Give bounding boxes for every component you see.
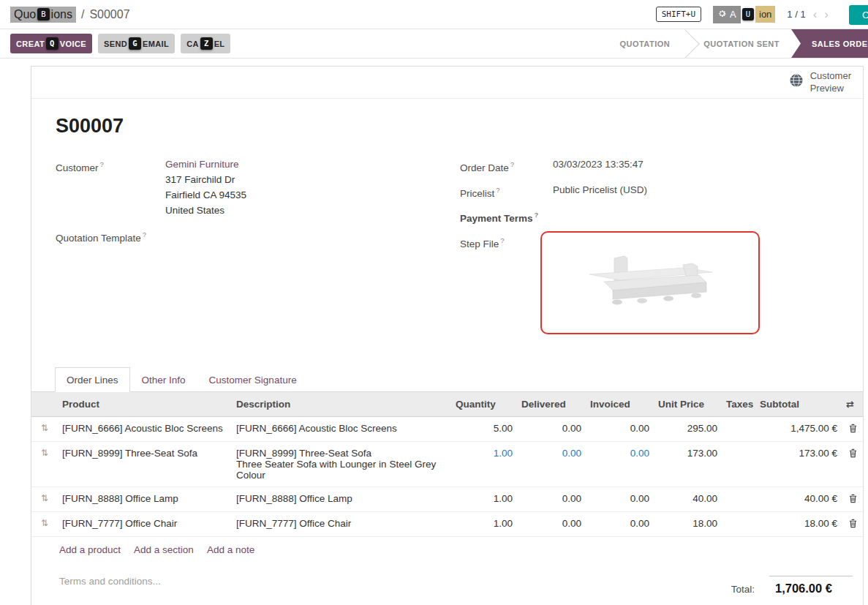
- send-email-button[interactable]: SEND G EMAIL: [98, 34, 175, 53]
- cell-subtotal: 1,475.00 €: [755, 416, 842, 441]
- cell-delivered[interactable]: 0.00: [517, 416, 586, 441]
- tab-order-lines[interactable]: Order Lines: [55, 367, 130, 392]
- create-invoice-text-start: CREAT: [16, 40, 45, 48]
- form-view: Customer Preview S00007 Customer? Gemini…: [0, 66, 868, 605]
- cell-description[interactable]: [FURN_8888] Office Lamp: [232, 486, 451, 511]
- help-icon: ?: [143, 230, 146, 238]
- column-header-unit-price: Unit Price: [654, 392, 722, 417]
- cell-description[interactable]: [FURN_6666] Acoustic Bloc Screens: [232, 416, 451, 441]
- page-title: S00007: [56, 115, 853, 138]
- drag-handle-icon[interactable]: ⇅: [31, 511, 58, 536]
- step-file-value: [553, 233, 760, 334]
- statusbar-step-quotation-sent[interactable]: QUOTATION SENT: [692, 29, 791, 58]
- tab-other-info[interactable]: Other Info: [130, 367, 197, 392]
- statusbar-step-sales-order[interactable]: SALES ORDER: [791, 29, 868, 58]
- delete-row-icon[interactable]: [842, 416, 864, 441]
- breadcrumb-quotations-link[interactable]: Quo B ions: [10, 7, 76, 23]
- tab-customer-signature[interactable]: Customer Signature: [197, 367, 309, 392]
- cell-subtotal: 18.00 €: [755, 511, 842, 536]
- action-menu-button[interactable]: A U ion: [713, 6, 775, 23]
- breadcrumb-current: S00007: [89, 8, 129, 21]
- cell-subtotal: 173.00 €: [755, 441, 842, 486]
- drag-handle-icon[interactable]: ⇅: [31, 486, 58, 511]
- cell-invoiced[interactable]: 0.00: [586, 486, 654, 511]
- gear-icon: [717, 9, 727, 20]
- customer-preview-button[interactable]: Customer Preview: [789, 70, 851, 94]
- step-file-3d-render: [573, 245, 727, 320]
- sheet: Customer Preview S00007 Customer? Gemini…: [31, 66, 864, 605]
- order-date-label: Order Date?: [460, 157, 553, 176]
- add-section-link[interactable]: Add a section: [134, 544, 194, 555]
- cell-delivered[interactable]: 0.00: [517, 441, 586, 486]
- drag-handle-icon[interactable]: ⇅: [31, 441, 58, 486]
- cancel-button[interactable]: CA Z EL: [181, 34, 230, 53]
- cell-description[interactable]: [FURN_7777] Office Chair: [232, 511, 451, 536]
- cell-product[interactable]: [FURN_7777] Office Chair: [58, 511, 232, 536]
- help-icon: ?: [500, 236, 504, 244]
- cell-unit-price[interactable]: 295.00: [654, 416, 722, 441]
- customer-link[interactable]: Gemini Furniture: [165, 159, 239, 170]
- step-file-label: Step File?: [460, 233, 553, 334]
- pricelist-value[interactable]: Public Pricelist (USD): [553, 182, 647, 201]
- create-button[interactable]: Create: [849, 5, 868, 25]
- cell-product[interactable]: [FURN_8888] Office Lamp: [58, 486, 232, 511]
- table-row: ⇅ [FURN_7777] Office Chair [FURN_7777] O…: [31, 511, 864, 536]
- delete-row-icon[interactable]: [842, 441, 864, 486]
- cell-product[interactable]: [FURN_6666] Acoustic Bloc Screens: [58, 416, 232, 441]
- help-icon: ?: [510, 160, 514, 168]
- cell-taxes[interactable]: [722, 511, 755, 536]
- cell-quantity[interactable]: 1.00: [451, 486, 517, 511]
- drag-handle-icon[interactable]: ⇅: [31, 416, 58, 441]
- field-column-left: Customer? Gemini Furniture 317 Fairchild…: [56, 157, 460, 341]
- cell-invoiced[interactable]: 0.00: [586, 511, 654, 536]
- create-invoice-button[interactable]: CREAT Q VOICE: [10, 34, 92, 53]
- notebook-tabs: Order Lines Other Info Customer Signatur…: [31, 367, 863, 392]
- delete-row-icon[interactable]: [842, 511, 864, 536]
- cancel-text-start: CA: [186, 40, 199, 48]
- keyboard-hint-u-badge: U: [742, 8, 754, 20]
- cell-invoiced[interactable]: 0.00: [586, 441, 654, 486]
- delete-row-icon[interactable]: [842, 486, 864, 511]
- order-date-value[interactable]: 03/03/2023 13:35:47: [553, 157, 644, 176]
- send-email-text-start: SEND: [104, 40, 127, 48]
- create-invoice-text-end: VOICE: [60, 40, 86, 48]
- payment-terms-field: Payment Terms?: [460, 207, 853, 226]
- cell-taxes[interactable]: [722, 441, 755, 486]
- terms-and-conditions-input[interactable]: Terms and conditions...: [59, 576, 161, 595]
- cell-product[interactable]: [FURN_8999] Three-Seat Sofa: [58, 441, 232, 486]
- statusbar-separator-icon: [682, 29, 692, 58]
- cell-taxes[interactable]: [722, 416, 755, 441]
- pager-next-icon[interactable]: ›: [824, 8, 829, 20]
- cell-delivered[interactable]: 0.00: [517, 511, 586, 536]
- pager: 1 / 1 ‹ ›: [787, 8, 829, 20]
- add-product-link[interactable]: Add a product: [59, 544, 121, 555]
- cell-quantity[interactable]: 1.00: [451, 441, 517, 486]
- optional-columns-icon[interactable]: ⇄: [842, 392, 864, 417]
- column-header-invoiced: Invoiced: [586, 392, 654, 417]
- help-icon: ?: [535, 211, 539, 219]
- column-header-delivered: Delivered: [517, 392, 586, 417]
- keyboard-hint-q-badge: Q: [46, 37, 59, 50]
- cell-delivered[interactable]: 0.00: [517, 486, 586, 511]
- cell-taxes[interactable]: [722, 486, 755, 511]
- payment-terms-label: Payment Terms?: [460, 207, 553, 226]
- table-footer-links: Add a product Add a section Add a note: [31, 537, 863, 564]
- total-label: Total:: [731, 584, 755, 595]
- cell-unit-price[interactable]: 40.00: [654, 486, 722, 511]
- column-header-quantity: Quantity: [451, 392, 517, 417]
- cell-description[interactable]: [FURN_8999] Three-Seat SofaThree Seater …: [232, 441, 451, 486]
- quotation-template-field[interactable]: Quotation Template?: [56, 227, 460, 246]
- cell-unit-price[interactable]: 173.00: [654, 441, 722, 486]
- cell-invoiced[interactable]: 0.00: [586, 416, 654, 441]
- pager-previous-icon[interactable]: ‹: [813, 8, 818, 20]
- cell-quantity[interactable]: 1.00: [451, 511, 517, 536]
- customer-field: Customer? Gemini Furniture 317 Fairchild…: [56, 157, 460, 218]
- cell-unit-price[interactable]: 18.00: [654, 511, 722, 536]
- sheet-body: S00007 Customer? Gemini Furniture 317 Fa…: [31, 99, 863, 341]
- keyboard-hint-b-badge: B: [37, 8, 49, 20]
- column-header-subtotal: Subtotal: [755, 392, 842, 417]
- step-file-preview-box[interactable]: [540, 231, 760, 334]
- cell-quantity[interactable]: 5.00: [451, 416, 517, 441]
- add-note-link[interactable]: Add a note: [207, 544, 254, 555]
- breadcrumb-separator: /: [81, 8, 84, 21]
